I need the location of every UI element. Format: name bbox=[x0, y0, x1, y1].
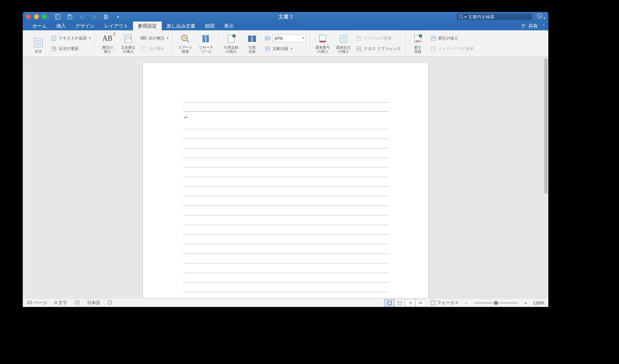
language-status[interactable]: 日本語 bbox=[87, 300, 100, 306]
show-notes-button: 注の表示 bbox=[140, 44, 169, 53]
bibliography-button[interactable]: 文献目録▾ bbox=[264, 44, 307, 53]
tab-references[interactable]: 参照設定 bbox=[133, 22, 162, 30]
track-changes-icon[interactable] bbox=[107, 300, 113, 306]
style-selector[interactable]: APA▾ bbox=[264, 34, 307, 43]
feedback-icon[interactable]: ▾ bbox=[536, 13, 545, 21]
spellcheck-icon[interactable] bbox=[74, 300, 80, 306]
undo-icon[interactable] bbox=[79, 14, 85, 20]
view-buttons bbox=[384, 299, 426, 307]
svg-point-11 bbox=[522, 24, 524, 26]
insert-citation-button[interactable]: + 引用文献 の挿入 bbox=[222, 32, 240, 55]
insert-endnote-button[interactable]: [ i ] 文末脚注 の挿入 bbox=[119, 32, 137, 55]
zoom-in-button[interactable]: + bbox=[523, 301, 528, 305]
grid-line bbox=[183, 254, 388, 263]
toc-icon bbox=[32, 36, 45, 49]
svg-rect-46 bbox=[357, 47, 361, 51]
citations-button[interactable]: 引用 文献 bbox=[243, 32, 261, 55]
close-window-button[interactable] bbox=[26, 14, 31, 19]
qat-customize-icon[interactable]: ▾ bbox=[115, 14, 121, 20]
grid-line bbox=[183, 148, 388, 158]
search-input[interactable] bbox=[468, 14, 530, 19]
focus-mode-button[interactable]: フォーカス bbox=[431, 300, 459, 306]
grid-line bbox=[183, 120, 388, 129]
scrollbar-thumb[interactable] bbox=[544, 58, 548, 194]
cross-reference-button[interactable]: クロス リファレンス bbox=[355, 44, 402, 53]
next-footnote-button[interactable]: AB1 次の脚注▾ bbox=[140, 34, 169, 43]
svg-point-25 bbox=[183, 37, 186, 39]
ribbon-group-citations: + 引用文献 の挿入 引用 文献 APA▾ 文献目録▾ bbox=[219, 32, 310, 55]
collapse-ribbon-icon[interactable]: ⌃ bbox=[542, 24, 545, 28]
document-page[interactable]: ↵ bbox=[143, 63, 428, 298]
redo-icon[interactable] bbox=[91, 14, 97, 20]
insert-footnote-button[interactable]: AB1 脚注の 挿入 bbox=[98, 32, 117, 55]
svg-text:+: + bbox=[53, 37, 55, 40]
svg-rect-40 bbox=[319, 41, 326, 42]
draft-view-button[interactable] bbox=[415, 299, 426, 307]
update-toc-button[interactable]: 目次の更新 bbox=[50, 44, 91, 53]
insert-index-button[interactable]: 索引の挿入 bbox=[429, 34, 475, 43]
tab-review[interactable]: 校閲 bbox=[200, 22, 219, 30]
svg-rect-39 bbox=[319, 35, 326, 41]
insert-table-of-figures-button[interactable]: 図表目次 の挿入 bbox=[334, 32, 353, 55]
page-count[interactable]: 1/1 ページ bbox=[27, 300, 47, 306]
panel-icon[interactable] bbox=[55, 14, 61, 20]
document-area[interactable]: ↵ bbox=[23, 57, 548, 298]
svg-rect-26 bbox=[202, 35, 205, 42]
vertical-scrollbar[interactable] bbox=[543, 57, 548, 298]
style-select[interactable]: APA▾ bbox=[272, 34, 306, 42]
outline-view-button[interactable] bbox=[405, 299, 415, 307]
cross-ref-icon bbox=[356, 46, 362, 52]
tab-layout[interactable]: レイアウト bbox=[99, 22, 133, 30]
grid-line bbox=[183, 263, 388, 273]
web-layout-view-button[interactable] bbox=[395, 299, 405, 307]
maximize-window-button[interactable] bbox=[42, 14, 47, 19]
print-icon[interactable] bbox=[103, 14, 109, 20]
add-text-icon: + bbox=[51, 35, 57, 42]
next-footnote-icon: AB1 bbox=[141, 35, 147, 42]
add-text-button[interactable]: + テキストの追加▾ bbox=[50, 34, 91, 43]
share-button[interactable]: 共有 bbox=[521, 23, 538, 30]
svg-rect-55 bbox=[75, 301, 79, 304]
app-window: ▾ 文書 1 ▾ ▾ ホーム 挿入 デザイン レイアウト 参照設定 差し込み文書… bbox=[23, 12, 548, 307]
show-notes-icon bbox=[141, 46, 147, 52]
svg-rect-22 bbox=[142, 47, 146, 51]
tab-mailings[interactable]: 差し込み文書 bbox=[162, 22, 200, 30]
tab-home[interactable]: ホーム bbox=[28, 22, 52, 30]
ribbon-group-captions: 図表番号 の挿入 図表目次 の挿入 テーブルの更新 クロス リファレンス bbox=[310, 32, 405, 55]
tof-icon bbox=[337, 32, 350, 45]
minimize-window-button[interactable] bbox=[34, 14, 39, 19]
smart-lookup-button[interactable]: スマート 検索 bbox=[176, 32, 194, 55]
header-area[interactable] bbox=[183, 102, 388, 112]
grid-line bbox=[183, 216, 388, 225]
svg-text:[ i ]: [ i ] bbox=[126, 36, 131, 40]
grid-line bbox=[183, 225, 388, 235]
grid-line bbox=[183, 129, 388, 139]
zoom-slider[interactable] bbox=[474, 302, 518, 304]
svg-rect-27 bbox=[206, 35, 209, 42]
traffic-lights bbox=[26, 14, 47, 19]
grid-line bbox=[183, 206, 388, 216]
research-tool-button[interactable]: リサーチ ツール bbox=[197, 32, 215, 55]
toc-button[interactable]: 目次 bbox=[29, 32, 48, 55]
tab-view[interactable]: 表示 bbox=[219, 22, 238, 30]
update-index-button: インデックスの更新 bbox=[429, 44, 475, 53]
mark-entry-button[interactable]: + 索引 登録 bbox=[409, 32, 427, 55]
grid-line bbox=[183, 139, 388, 148]
zoom-slider-knob[interactable] bbox=[494, 301, 498, 305]
mark-entry-icon: + bbox=[411, 32, 424, 45]
insert-caption-button[interactable]: 図表番号 の挿入 bbox=[313, 32, 332, 55]
endnote-icon: [ i ] bbox=[122, 32, 135, 45]
search-box[interactable]: ▾ bbox=[456, 14, 532, 20]
print-layout-view-button[interactable] bbox=[384, 299, 395, 307]
word-count[interactable]: 0 文字 bbox=[54, 300, 67, 306]
tab-insert[interactable]: 挿入 bbox=[52, 22, 71, 30]
share-icon bbox=[521, 23, 527, 29]
grid-line bbox=[183, 235, 388, 244]
save-icon[interactable] bbox=[67, 14, 73, 20]
ribbon-tabs: ホーム 挿入 デザイン レイアウト 参照設定 差し込み文書 校閲 表示 共有 ⌃ bbox=[23, 22, 548, 30]
zoom-level[interactable]: 130% bbox=[533, 301, 544, 305]
tab-design[interactable]: デザイン bbox=[71, 22, 99, 30]
ribbon-group-footnotes: AB1 脚注の 挿入 [ i ] 文末脚注 の挿入 AB1 次の脚注▾ 注の表示 bbox=[95, 32, 173, 55]
zoom-out-button[interactable]: − bbox=[464, 301, 469, 305]
grid-line bbox=[183, 244, 388, 254]
